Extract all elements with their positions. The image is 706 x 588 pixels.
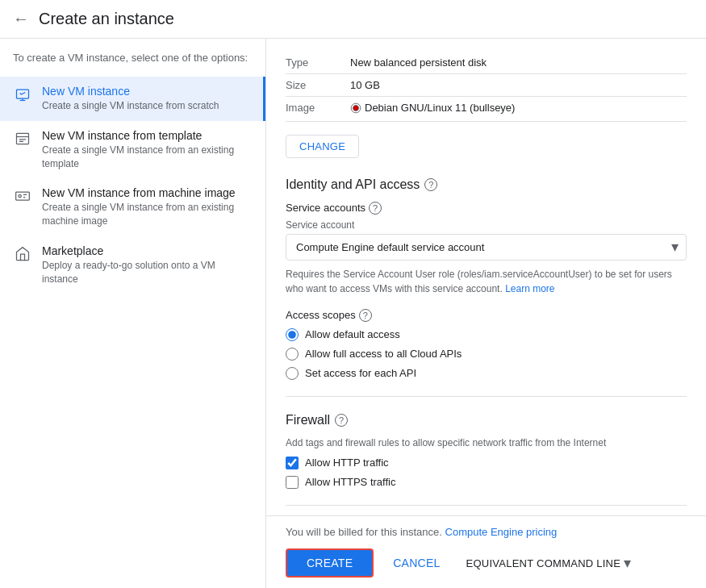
disk-info-table: Type New balanced persistent disk Size 1… [286, 52, 687, 122]
checkbox-https[interactable]: Allow HTTPS traffic [286, 476, 687, 489]
sidebar-item-machine-image-text: New VM instance from machine image Creat… [42, 186, 253, 228]
main-scroll-area: Type New balanced persistent disk Size 1… [266, 39, 706, 515]
identity-help-icon[interactable]: ? [424, 178, 437, 191]
radio-full-label: Allow full access to all Cloud APIs [305, 348, 462, 360]
service-accounts-label: Service accounts ? [286, 202, 687, 215]
service-account-sublabel: Service account [286, 219, 687, 231]
billing-line: You will be billed for this instance. Co… [286, 526, 687, 538]
page-header: ← Create an instance [0, 0, 706, 39]
identity-heading: Identity and API access ? [286, 177, 687, 192]
page-title: Create an instance [39, 10, 174, 28]
disk-type-label: Type [286, 52, 350, 74]
disk-image-row: Image Debian GNU/Linux 11 (bullseye) [286, 97, 687, 122]
checkbox-http-label: Allow HTTP traffic [305, 457, 389, 469]
sidebar-description: To create a VM instance, select one of t… [0, 52, 265, 77]
learn-more-link[interactable]: Learn more [505, 283, 554, 294]
sidebar-item-new-vm[interactable]: New VM instance Create a single VM insta… [0, 77, 265, 121]
radio-each-input[interactable] [286, 367, 299, 380]
cancel-button[interactable]: CANCEL [380, 550, 453, 576]
create-button[interactable]: CREATE [286, 548, 374, 578]
disk-image-value: Debian GNU/Linux 11 (bullseye) [350, 97, 687, 122]
sidebar-item-new-vm-title: New VM instance [42, 85, 253, 98]
sidebar-item-new-vm-desc: Create a single VM instance from scratch [42, 99, 253, 113]
equiv-button-label: EQUIVALENT COMMAND LINE [466, 557, 621, 569]
sidebar-item-vm-template-title: New VM instance from template [42, 129, 253, 142]
service-account-helper: Requires the Service Account User role (… [286, 267, 687, 296]
radio-full-input[interactable] [286, 348, 299, 361]
firewall-heading-text: Firewall [286, 413, 330, 427]
access-scopes-group: Allow default access Allow full access t… [286, 328, 687, 380]
sidebar-item-vm-template[interactable]: New VM instance from template Create a s… [0, 121, 265, 179]
radio-each-label: Set access for each API [305, 367, 416, 379]
firewall-heading: Firewall ? [286, 413, 687, 427]
template-icon [13, 129, 32, 148]
checkbox-http[interactable]: Allow HTTP traffic [286, 457, 687, 469]
change-button[interactable]: CHANGE [286, 135, 359, 158]
action-line: CREATE CANCEL EQUIVALENT COMMAND LINE ▾ [286, 548, 687, 578]
access-scopes-label: Access scopes ? [286, 309, 687, 322]
main-content: To create a VM instance, select one of t… [0, 39, 706, 588]
sidebar-item-marketplace-desc: Deploy a ready-to-go solution onto a VM … [42, 259, 253, 286]
radio-default-access[interactable]: Allow default access [286, 328, 687, 341]
access-scopes-label-text: Access scopes [286, 309, 356, 321]
disk-size-value: 10 GB [350, 74, 687, 97]
debian-icon [350, 102, 361, 114]
disk-type-value: New balanced persistent disk [350, 52, 687, 74]
firewall-options: Allow HTTP traffic Allow HTTPS traffic [286, 457, 687, 489]
sidebar-item-vm-template-text: New VM instance from template Create a s… [42, 129, 253, 171]
pricing-link[interactable]: Compute Engine pricing [445, 526, 558, 538]
right-panel: Type New balanced persistent disk Size 1… [266, 39, 706, 588]
disk-size-row: Size 10 GB [286, 74, 687, 97]
helper-text-content: Requires the Service Account User role (… [286, 269, 672, 294]
billing-text: You will be billed for this instance. [286, 526, 442, 538]
divider-2 [286, 505, 687, 506]
divider-1 [286, 396, 687, 397]
sidebar-item-marketplace-text: Marketplace Deploy a ready-to-go solutio… [42, 244, 253, 286]
sidebar-item-machine-image-title: New VM instance from machine image [42, 186, 253, 199]
marketplace-icon [13, 244, 32, 264]
radio-default-label: Allow default access [305, 328, 400, 340]
service-account-select[interactable]: Compute Engine default service account [286, 234, 687, 261]
disk-image-label: Image [286, 97, 350, 122]
back-button[interactable]: ← [13, 10, 29, 28]
sidebar-item-machine-image-desc: Create a single VM instance from an exis… [42, 201, 253, 228]
sidebar-item-marketplace[interactable]: Marketplace Deploy a ready-to-go solutio… [0, 236, 265, 294]
equivalent-command-button[interactable]: EQUIVALENT COMMAND LINE ▾ [460, 548, 638, 578]
checkbox-http-input[interactable] [286, 457, 299, 469]
svg-rect-3 [17, 133, 29, 144]
firewall-description: Add tags and firewall rules to allow spe… [286, 437, 687, 448]
service-accounts-label-text: Service accounts [286, 202, 366, 214]
page-container: ← Create an instance To create a VM inst… [0, 0, 706, 588]
sidebar-item-vm-template-desc: Create a single VM instance from an exis… [42, 144, 253, 171]
svg-rect-6 [16, 192, 30, 200]
sidebar-item-marketplace-title: Marketplace [42, 244, 253, 257]
disk-type-row: Type New balanced persistent disk [286, 52, 687, 74]
radio-default-input[interactable] [286, 328, 299, 341]
disk-size-label: Size [286, 74, 350, 97]
service-accounts-help-icon[interactable]: ? [369, 202, 382, 215]
service-account-select-wrapper: Compute Engine default service account ▾ [286, 234, 687, 261]
radio-each-access[interactable]: Set access for each API [286, 367, 687, 380]
radio-full-access[interactable]: Allow full access to all Cloud APIs [286, 348, 687, 361]
sidebar-item-machine-image[interactable]: New VM instance from machine image Creat… [0, 178, 265, 236]
machine-image-icon [13, 186, 32, 206]
bottom-area: You will be billed for this instance. Co… [266, 515, 706, 588]
equiv-dropdown-icon: ▾ [624, 554, 631, 572]
svg-point-7 [19, 195, 21, 198]
identity-heading-text: Identity and API access [286, 177, 420, 192]
access-scopes-help-icon[interactable]: ? [359, 309, 372, 322]
checkbox-https-label: Allow HTTPS traffic [305, 476, 395, 488]
sidebar: To create a VM instance, select one of t… [0, 39, 266, 588]
vm-icon [13, 85, 32, 104]
firewall-help-icon[interactable]: ? [335, 414, 348, 427]
disk-image-text: Debian GNU/Linux 11 (bullseye) [365, 102, 515, 114]
sidebar-item-new-vm-text: New VM instance Create a single VM insta… [42, 85, 253, 113]
checkbox-https-input[interactable] [286, 476, 299, 489]
